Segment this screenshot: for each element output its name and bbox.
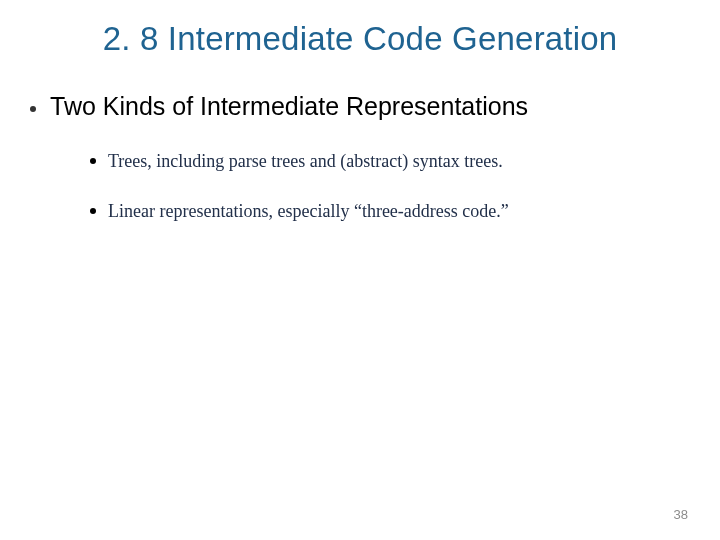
sub-bullets: Trees, including parse trees and (abstra… xyxy=(90,149,720,224)
bullet-dot-icon xyxy=(30,106,36,112)
slide-title: 2. 8 Intermediate Code Generation xyxy=(0,20,720,68)
bullet-level1: Two Kinds of Intermediate Representation… xyxy=(30,92,720,121)
bullet-dot-icon xyxy=(90,158,96,164)
bullet-level2-text: Linear representations, especially “thre… xyxy=(108,199,509,223)
bullet-level2-text: Trees, including parse trees and (abstra… xyxy=(108,149,503,173)
slide: 2. 8 Intermediate Code Generation Two Ki… xyxy=(0,0,720,540)
bullet-level2: Trees, including parse trees and (abstra… xyxy=(90,149,720,173)
bullet-level2: Linear representations, especially “thre… xyxy=(90,199,720,223)
bullet-level1-text: Two Kinds of Intermediate Representation… xyxy=(50,92,528,121)
bullet-dot-icon xyxy=(90,208,96,214)
page-number: 38 xyxy=(674,507,688,522)
